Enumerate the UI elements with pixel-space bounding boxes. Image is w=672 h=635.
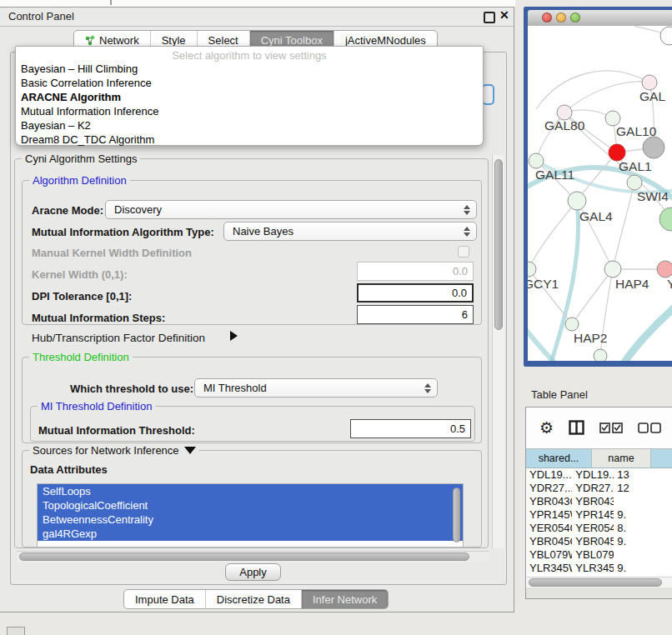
network-node[interactable] [643, 137, 664, 158]
dropdown-items: Bayesian – Hill ClimbingBasic Correlatio… [16, 62, 483, 147]
table-row[interactable]: YPR145WYPR145W9. [526, 508, 672, 522]
table-cell: YBR045C [526, 535, 572, 548]
table-cell: YDL19... [572, 468, 614, 482]
mac-minimize-icon[interactable] [556, 12, 566, 22]
bottom-left-grip[interactable] [7, 627, 25, 635]
node-label: GAL1 [619, 159, 652, 173]
network-node-gal4[interactable] [568, 192, 586, 210]
mi-algorithm-label: Mutual Information Algorithm Type: [32, 226, 214, 238]
table-cell [614, 548, 672, 562]
table-hscroll-thumb[interactable] [529, 578, 662, 587]
combo-arrows-icon [424, 379, 431, 397]
mac-close-icon[interactable] [542, 12, 552, 22]
attr-list-scroll-thumb[interactable] [453, 488, 460, 542]
network-edge [572, 269, 613, 324]
mi-threshold-field[interactable]: 0.5 [350, 419, 471, 438]
table-cell: 12 [614, 482, 672, 495]
node-label: GAL80 [544, 118, 585, 132]
unchecked-boxes-icon[interactable] [638, 422, 661, 433]
gear-icon[interactable]: ⚙ [539, 420, 554, 436]
which-threshold-select[interactable]: MI Threshold [194, 378, 438, 398]
network-node-gal11[interactable] [529, 153, 544, 168]
table-cell: 9. [614, 508, 672, 522]
apply-button[interactable]: Apply [225, 563, 281, 581]
table-row[interactable]: YBR043CYBR043C [526, 495, 672, 508]
algorithm-definition-title: Algorithm Definition [29, 174, 130, 187]
attribute-item-betweennesscentrality[interactable]: BetweennessCentrality [38, 512, 463, 527]
network-edge [529, 201, 577, 269]
table-panel-title: Table Panel [531, 388, 588, 401]
checked-boxes-icon[interactable] [599, 422, 623, 433]
column-header-shared[interactable]: shared... [526, 448, 592, 468]
table-row[interactable]: YDL19...YDL19...13 [526, 468, 672, 482]
dropdown-option-bayesian-hill-climbing[interactable]: Bayesian – Hill Climbing [16, 62, 483, 76]
kernel-width-field[interactable]: 0.0 [357, 262, 474, 281]
control-panel-titlebar[interactable] [0, 8, 514, 27]
dropdown-option-mutual-information-inference[interactable]: Mutual Information Inference [16, 104, 483, 118]
network-node[interactable] [660, 27, 672, 45]
table-row[interactable]: YDR27...YDR27...12 [526, 482, 672, 495]
table-rows[interactable]: YDL19...YDL19...13YDR27...YDR27...12YBR0… [526, 468, 672, 575]
network-node-hap2[interactable] [565, 318, 579, 331]
mi-algorithm-select[interactable]: Naive Bayes [223, 222, 477, 241]
table-footer-strip [526, 588, 672, 598]
dropdown-option-bayesian-k2[interactable]: Bayesian – K2 [16, 118, 483, 132]
dropdown-option-basic-correlation-inference[interactable]: Basic Correlation Inference [16, 76, 483, 90]
mi-steps-field[interactable]: 6 [357, 305, 474, 324]
column-header-name[interactable]: name [592, 448, 651, 468]
focused-combo-edge[interactable] [482, 84, 494, 105]
node-label: HAP2 [574, 331, 608, 345]
manual-kernel-checkbox[interactable] [458, 246, 469, 258]
network-node-swi4[interactable] [627, 175, 642, 190]
table-hscrollbar[interactable] [527, 577, 672, 588]
table-row[interactable]: YLR345WYLR345W9. [526, 562, 672, 575]
settings-vscroll-thumb[interactable] [494, 159, 503, 330]
network-node[interactable] [594, 349, 607, 361]
network-node-y[interactable] [657, 261, 672, 278]
mi-steps-label: Mutual Information Steps: [32, 312, 165, 324]
node-label: GAL10 [616, 124, 657, 138]
network-edge [613, 182, 634, 269]
split-columns-icon[interactable] [569, 420, 584, 435]
network-node[interactable] [659, 208, 672, 231]
network-canvas[interactable]: GALGAL80GAL10GAL1GAL11SWI4GAL4GCY1HAP4YH… [528, 26, 672, 361]
float-window-icon[interactable] [484, 12, 495, 23]
network-node-gal1[interactable] [609, 144, 625, 161]
dpi-tolerance-field[interactable]: 0.0 [357, 283, 474, 302]
table-row[interactable]: YBL079WYBL079W [526, 548, 672, 562]
settings-vscrollbar[interactable] [492, 155, 504, 548]
aracne-mode-select[interactable]: Discovery [105, 200, 477, 219]
settings-hscroll-thumb[interactable] [19, 552, 469, 561]
data-attributes-list[interactable]: SelfLoopsTopologicalCoefficientBetweenne… [37, 483, 464, 548]
threshold-definition-title: Threshold Definition [29, 351, 133, 363]
manual-kernel-label: Manual Kernel Width Definition [32, 247, 192, 259]
tab-infer-network[interactable]: Infer Network [302, 590, 388, 608]
close-icon[interactable]: ✕ [499, 8, 509, 22]
table-row[interactable]: YBR045CYBR045C9. [526, 535, 672, 548]
settings-hscrollbar[interactable] [17, 551, 489, 562]
network-node-gal[interactable] [642, 75, 657, 90]
network-node-gcy1[interactable] [528, 262, 536, 277]
mac-zoom-icon[interactable] [570, 12, 580, 22]
dropdown-option-aracne-algorithm[interactable]: ARACNE Algorithm [16, 90, 483, 104]
sources-group-title-wrap[interactable]: Sources for Network Inference [29, 444, 199, 457]
attribute-item-selfloops[interactable]: SelfLoops [38, 484, 463, 498]
tab-label: Discretize Data [217, 593, 290, 606]
tab-label: Select [208, 34, 238, 47]
network-node-hap4[interactable] [604, 261, 621, 278]
sources-group-title: Sources for Network Inference [33, 444, 179, 457]
attribute-item-gal4rgexp[interactable]: gal4RGexp [38, 527, 463, 541]
network-edge [621, 301, 672, 361]
screen: Control Panel ✕ NetworkStyleSelectCyni T… [0, 0, 672, 635]
table-row[interactable]: YER054CYER054C8. [526, 522, 672, 535]
node-label: GCY1 [528, 277, 559, 291]
tab-discretize-data[interactable]: Discretize Data [206, 590, 302, 608]
tab-impute-data[interactable]: Impute Data [124, 590, 206, 608]
attribute-item-topologicalcoefficient[interactable]: TopologicalCoefficient [38, 498, 463, 512]
hub-expand-icon[interactable] [230, 331, 238, 341]
dropdown-option-dream8-dc-tdc-algorithm[interactable]: Dream8 DC_TDC Algorithm [16, 132, 483, 147]
sources-collapse-icon[interactable] [184, 447, 196, 454]
column-header-a[interactable]: A [651, 448, 672, 468]
table-cell: YER054C [526, 522, 572, 535]
network-graph: GALGAL80GAL10GAL1GAL11SWI4GAL4GCY1HAP4YH… [528, 26, 672, 361]
